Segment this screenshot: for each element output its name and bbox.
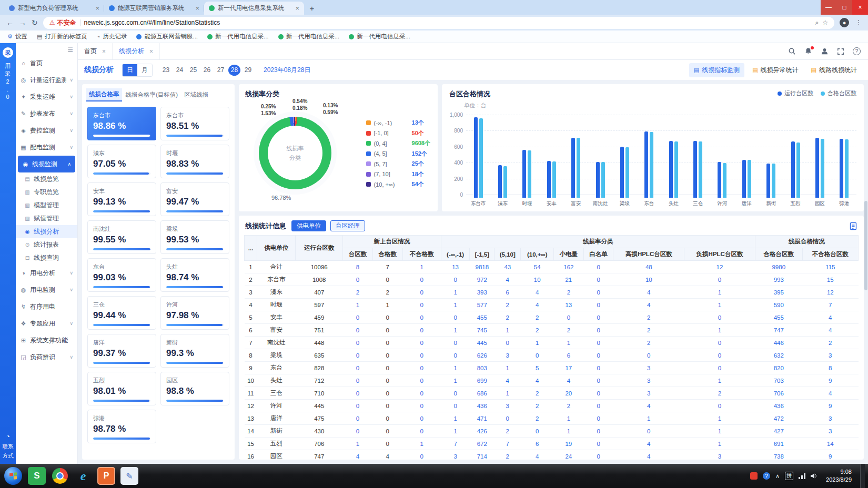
value-cell[interactable]: 455 — [755, 311, 802, 324]
bar-group[interactable] — [637, 131, 661, 198]
value-cell[interactable]: 7 — [802, 299, 858, 311]
new-tab-button[interactable]: + — [306, 2, 318, 14]
sidebar-collapse-button[interactable]: ☰ — [67, 46, 73, 53]
value-cell[interactable]: 4 — [521, 299, 554, 311]
value-cell[interactable]: 0 — [583, 362, 613, 374]
value-cell[interactable]: 0 — [343, 387, 373, 400]
value-cell[interactable]: 12 — [802, 286, 858, 299]
value-cell[interactable]: 686 — [470, 387, 494, 400]
region-rate-card[interactable]: 新街99.3 % — [160, 334, 229, 368]
value-cell[interactable]: 13 — [554, 299, 584, 311]
tab-close-icon[interactable]: × — [295, 4, 299, 12]
sidebar-item[interactable]: ▦配电监测∨ — [16, 139, 77, 156]
hidden-icons-chevron[interactable]: ∧ — [775, 473, 780, 480]
bar-group[interactable] — [808, 138, 832, 198]
value-cell[interactable]: 436 — [470, 400, 494, 412]
value-cell[interactable]: 3 — [613, 387, 684, 400]
volume-icon[interactable] — [811, 473, 817, 479]
bookmark-item[interactable]: 能源互联网营销服... — [136, 33, 198, 40]
value-cell[interactable]: 446 — [755, 337, 802, 349]
value-cell[interactable]: 2 — [521, 311, 554, 324]
value-cell[interactable]: 0 — [343, 349, 373, 362]
sidebar-subitem[interactable]: ▤线损总览 — [16, 172, 77, 186]
value-cell[interactable]: 21 — [554, 273, 584, 286]
sidebar-subitem[interactable]: ▥专职总览 — [16, 186, 77, 199]
table-mode-toggle[interactable]: 供电单位 — [291, 220, 326, 231]
value-cell[interactable]: 13 — [441, 261, 470, 273]
value-cell[interactable]: 0 — [684, 273, 755, 286]
value-cell[interactable]: 0 — [583, 438, 613, 450]
month-toggle[interactable]: 月 — [137, 64, 152, 76]
value-cell[interactable]: 2 — [521, 387, 554, 400]
value-cell[interactable]: 2 — [521, 324, 554, 337]
value-cell[interactable]: 54 — [521, 261, 554, 273]
value-cell[interactable]: 0 — [441, 311, 470, 324]
value-cell[interactable]: 436 — [755, 400, 802, 412]
export-icon[interactable] — [849, 222, 857, 230]
browser-tab[interactable]: 新型电力负荷管理系统× — [4, 2, 104, 15]
date-option[interactable]: 25 — [187, 65, 199, 76]
value-cell[interactable]: 0 — [684, 362, 755, 374]
help-icon[interactable]: ? — [853, 47, 861, 55]
value-cell[interactable]: 2 — [684, 387, 755, 400]
value-cell[interactable]: 747 — [755, 324, 802, 337]
sidebar-item[interactable]: ✎抄表发布∨ — [16, 105, 77, 122]
sidebar-item[interactable]: ◎计量运行监测∨ — [16, 72, 77, 88]
region-rate-card[interactable]: 南沈灶99.55 % — [87, 220, 156, 254]
value-cell[interactable]: 2 — [494, 450, 521, 460]
date-option[interactable]: 24 — [174, 65, 186, 76]
region-rate-card[interactable]: 五烈98.01 % — [87, 372, 156, 405]
value-cell[interactable]: 1 — [343, 438, 373, 450]
bar-group[interactable] — [588, 162, 612, 198]
value-cell[interactable]: 9980 — [755, 261, 802, 273]
value-cell[interactable]: 3 — [613, 362, 684, 374]
value-cell[interactable]: 1 — [402, 438, 441, 450]
sidebar-subitem[interactable]: ⊙统计报表 — [16, 238, 77, 251]
value-cell[interactable]: 0 — [441, 349, 470, 362]
value-cell[interactable]: 714 — [470, 450, 494, 460]
value-cell[interactable]: 1 — [684, 324, 755, 337]
value-cell[interactable]: 672 — [470, 438, 494, 450]
region-panel-tab[interactable]: 线损合格率(目标值) — [123, 89, 181, 101]
value-cell[interactable]: 820 — [755, 362, 802, 374]
value-cell[interactable]: 4 — [521, 286, 554, 299]
taskbar-wps-icon[interactable]: S — [28, 467, 46, 485]
tab-close-icon[interactable]: × — [195, 4, 199, 12]
sidebar-subitem[interactable]: ▧模型管理 — [16, 199, 77, 212]
sidebar-item[interactable]: ◉线损监测∧ — [18, 156, 75, 172]
sidebar-item[interactable]: ❖专题应用∨ — [16, 315, 77, 332]
region-rate-card[interactable]: 溱东97.05 % — [87, 145, 156, 178]
value-cell[interactable]: 0 — [441, 273, 470, 286]
region-rate-card[interactable]: 园区98.8 % — [160, 372, 229, 405]
value-cell[interactable]: 2 — [613, 311, 684, 324]
browser-tab[interactable]: 能源互联网营销服务系统× — [104, 2, 204, 15]
date-option[interactable]: 28 — [228, 65, 240, 76]
taskbar-chrome-icon[interactable] — [51, 467, 69, 485]
value-cell[interactable]: 706 — [755, 387, 802, 400]
back-icon[interactable]: ← — [6, 18, 14, 27]
value-cell[interactable]: 1 — [441, 374, 470, 387]
date-option[interactable]: 29 — [242, 65, 254, 76]
value-cell[interactable]: 1 — [684, 299, 755, 311]
legend-item[interactable]: (5, 7]25个 — [366, 160, 430, 168]
value-cell[interactable]: 3 — [802, 412, 858, 425]
value-cell[interactable]: 5 — [521, 362, 554, 374]
day-toggle[interactable]: 日 — [123, 64, 137, 76]
bookmark-star-icon[interactable]: ☆ — [822, 19, 828, 26]
bookmark-item[interactable]: ⚙设置 — [7, 33, 27, 40]
value-cell[interactable]: 9 — [802, 400, 858, 412]
legend-item[interactable]: (7, 10]18个 — [366, 170, 430, 178]
value-cell[interactable]: 9 — [802, 450, 858, 460]
region-rate-card[interactable]: 东台99.03 % — [87, 258, 156, 292]
value-cell[interactable]: 0 — [343, 311, 373, 324]
value-cell[interactable]: 10 — [521, 273, 554, 286]
value-cell[interactable]: 1 — [441, 299, 470, 311]
value-cell[interactable]: 0 — [521, 425, 554, 438]
contact-link[interactable]: ◔ 联系 方式 — [3, 433, 14, 460]
value-cell[interactable]: 577 — [470, 299, 494, 311]
sidebar-item[interactable]: ◈费控监测∨ — [16, 122, 77, 139]
region-rate-card[interactable]: 富安99.47 % — [160, 182, 229, 216]
value-cell[interactable]: 4 — [343, 450, 373, 460]
date-option[interactable]: 26 — [201, 65, 213, 76]
value-cell[interactable]: 0 — [684, 349, 755, 362]
